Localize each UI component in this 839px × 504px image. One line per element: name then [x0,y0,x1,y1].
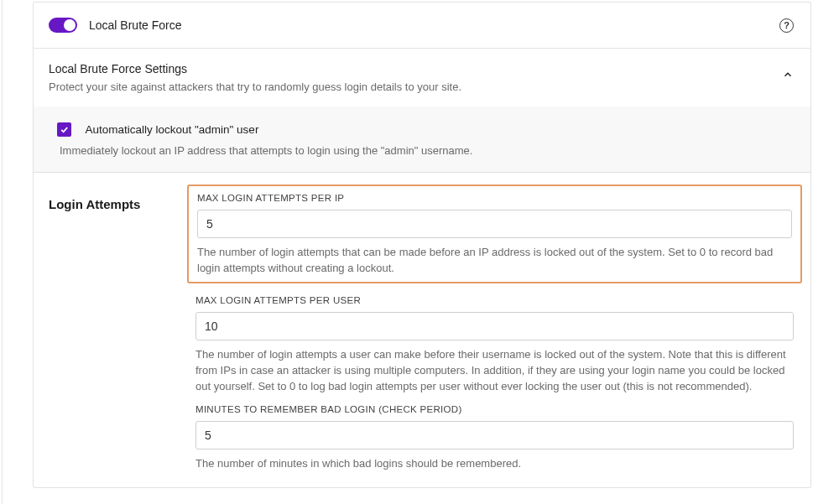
per-ip-help: The number of login attempts that can be… [197,245,792,277]
settings-title: Local Brute Force Settings [49,62,461,75]
per-ip-label: MAX LOGIN ATTEMPTS PER IP [197,193,792,203]
settings-panel: Local Brute Force ? Local Brute Force Se… [33,2,811,488]
minutes-label: MINUTES TO REMEMBER BAD LOGIN (CHECK PER… [195,404,794,414]
feature-title: Local Brute Force [89,18,182,32]
per-user-input[interactable] [195,312,794,340]
section-title-column: Login Attempts [49,191,195,472]
highlighted-field-per-ip: MAX LOGIN ATTEMPTS PER IP The number of … [187,184,802,283]
minutes-help: The number of minutes in which bad login… [195,456,794,472]
admin-lockout-desc: Immediately lockout an IP address that a… [60,144,794,157]
per-user-help: The number of login attempts a user can … [195,347,794,395]
per-user-group: MAX LOGIN ATTEMPTS PER USER The number o… [195,295,794,395]
settings-block: Local Brute Force Settings Protect your … [34,49,810,173]
panel-header: Local Brute Force ? [34,3,810,49]
minutes-input[interactable] [195,421,794,449]
login-attempts-title: Login Attempts [49,191,195,211]
admin-lockout-checkbox[interactable] [57,122,71,137]
login-attempts-section: Login Attempts MAX LOGIN ATTEMPTS PER IP… [34,173,810,487]
admin-lockout-label: Automatically lockout "admin" user [85,123,258,136]
fields-column: MAX LOGIN ATTEMPTS PER IP The number of … [195,191,794,472]
settings-head: Local Brute Force Settings Protect your … [34,49,810,107]
help-icon[interactable]: ? [779,18,794,33]
per-user-label: MAX LOGIN ATTEMPTS PER USER [195,295,794,305]
chevron-up-icon[interactable] [782,69,794,83]
admin-lockout-row: Automatically lockout "admin" user Immed… [34,107,810,172]
per-ip-input[interactable] [197,210,792,238]
minutes-group: MINUTES TO REMEMBER BAD LOGIN (CHECK PER… [195,404,794,472]
feature-toggle[interactable] [49,18,77,33]
settings-description: Protect your site against attackers that… [49,81,461,93]
